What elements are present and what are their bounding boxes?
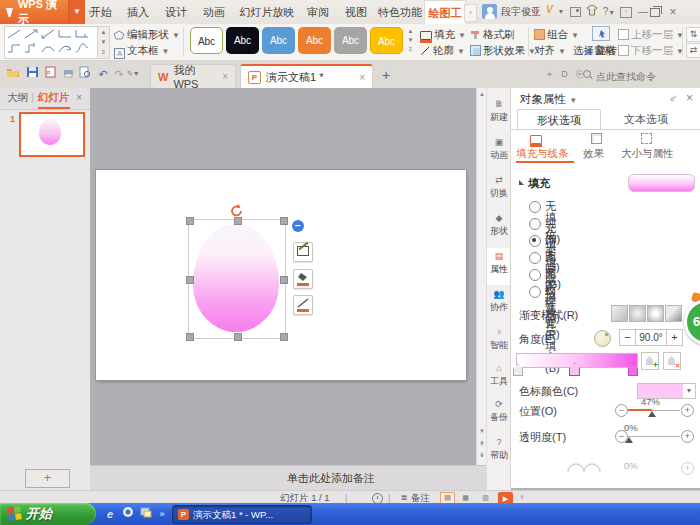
angle-plus-button[interactable]: + [666,329,683,346]
edit-shape-button[interactable]: 编辑形状 ▼ [114,26,180,42]
transparency-slider-thumb[interactable] [625,437,633,443]
distribute-vertical-icon[interactable]: ⇅ [686,27,700,42]
notes-bar[interactable]: 单击此处添加备注 [90,465,486,492]
remove-stop-button[interactable]: × [663,352,681,370]
start-button[interactable]: 开始 [0,503,96,525]
send-backward-button[interactable]: 下移一层 ▼ [618,42,684,58]
sidebar-item-collaboration[interactable]: 👥协作 [487,286,511,323]
save-icon[interactable] [24,66,40,82]
tab-design[interactable]: 设计 [160,0,192,24]
quicklaunch-overflow-icon[interactable]: » [154,506,170,522]
app-logo[interactable]: WPS 演示 [0,0,68,24]
skin-center-icon[interactable] [570,7,581,17]
close-panel-icon[interactable]: × [76,91,82,103]
add-stop-button[interactable]: + [641,352,659,370]
sidebar-item-tools[interactable]: ⌂工具 [487,360,511,397]
angle-minus-button[interactable]: − [619,329,636,346]
stop-color-dropdown-icon[interactable]: ▼ [683,383,696,399]
tab-text-options[interactable]: 文本选项 [607,109,685,129]
tab-overflow-icon[interactable]: › [464,4,477,22]
undo-icon[interactable]: ↶ [95,66,111,82]
tab-drawing-tools[interactable]: 绘图工具 [424,0,466,25]
quick-style-button[interactable] [293,242,313,262]
slide-canvas[interactable]: − [90,88,476,465]
sidebar-item-backup[interactable]: ⟳备份 [487,396,511,433]
quick-outline-button[interactable] [293,295,313,315]
subtab-effects[interactable]: 效果 [583,147,604,161]
shape-style-preset-1[interactable]: Abc [190,27,223,54]
upload-icon[interactable]: ↑ [620,7,632,18]
resize-handle-w[interactable] [186,276,194,284]
print-icon[interactable] [60,66,76,82]
gradient-style-corner[interactable] [665,305,682,322]
quicklaunch-icon-2[interactable] [120,506,136,522]
mini-tool-icon-2[interactable]: D [560,70,569,79]
position-slider-thumb[interactable] [648,411,656,417]
text-box-button[interactable]: A文本框 ▼ [114,42,169,58]
shape-style-preset-3[interactable]: Abc [262,27,295,54]
group-button[interactable]: 组合 ▼ [534,26,579,42]
fill-button[interactable]: 填充 ▼ [420,26,466,42]
show-desktop-icon[interactable] [138,506,154,522]
collapse-quick-tools-icon[interactable]: − [292,220,304,232]
close-button[interactable]: × [666,5,680,19]
shape-effects-button[interactable]: 形状效果 ▼ [470,42,536,58]
membership-shirt-icon[interactable] [585,5,599,19]
minimize-button[interactable]: — [636,5,650,19]
new-tab-button[interactable]: + [382,67,390,83]
tab-slides[interactable]: 幻灯片 [38,91,70,109]
restore-button[interactable] [650,8,660,17]
slide-thumbnail[interactable] [19,112,85,157]
distribute-horizontal-icon[interactable]: ⇄ [686,43,700,58]
mini-tool-icon-1[interactable]: ⌖ [545,70,554,79]
selection-pane-button[interactable]: 选择窗格 [573,42,615,58]
tab-shape-options[interactable]: 形状选项 [517,109,601,131]
shape-gallery[interactable] [4,26,98,59]
gradient-style-rect[interactable] [647,305,664,322]
notes-icon[interactable]: ≣ [398,492,410,503]
angle-dial[interactable] [594,330,611,347]
tab-review[interactable]: 审阅 [302,0,334,24]
format-painter-button[interactable]: 格式刷 [470,26,515,42]
resize-handle-nw[interactable] [186,217,194,225]
ie-quicklaunch-icon[interactable]: e [102,506,118,522]
quick-fill-button[interactable] [293,269,313,289]
user-avatar[interactable] [482,4,497,19]
help-menu[interactable]: ?▼ [600,5,618,19]
command-search-input[interactable] [594,67,698,85]
shape-style-preset-2[interactable]: Abc [226,27,259,54]
sidebar-item-new[interactable]: 🗎新建 [487,96,511,133]
user-dropdown-icon[interactable]: ▼ [554,5,568,19]
open-file-icon[interactable] [5,66,21,82]
zoom-tool-icon[interactable]: ♀ [516,492,528,503]
resize-handle-s[interactable] [234,333,242,341]
add-slide-button[interactable]: + [25,469,70,488]
resize-handle-ne[interactable] [280,217,288,225]
sidebar-item-transition[interactable]: ⇄切换 [487,172,511,209]
position-plus-button[interactable]: + [681,404,694,417]
shape-style-preset-4[interactable]: Abc [298,27,331,54]
transparency-plus-button[interactable]: + [681,430,694,443]
app-menu-dropdown[interactable]: ▼ [68,0,85,24]
tab-special-features[interactable]: 特色功能 [377,0,423,24]
style-gallery-scroll[interactable]: ▲▼≡ [406,27,415,54]
shape-style-preset-5[interactable]: Abc [334,27,367,54]
resize-handle-sw[interactable] [186,333,194,341]
tab-outline[interactable]: 大纲 [7,91,28,105]
user-name[interactable]: 段宇俊亚 [501,5,541,19]
rotate-handle-icon[interactable] [229,203,244,219]
sidebar-item-smart[interactable]: ♀智能 [487,324,511,361]
position-minus-button[interactable]: − [615,404,628,417]
fill-section-title[interactable]: 填充 [528,176,550,191]
pin-panel-icon[interactable]: ⇙ [669,93,677,103]
tab-insert[interactable]: 插入 [122,0,154,24]
tab-presentation1[interactable]: P 演示文稿1 * × [240,64,373,88]
subtab-fill-line[interactable]: 填充与线条 [516,147,569,161]
resize-handle-se[interactable] [280,333,288,341]
notes-placeholder[interactable]: 单击此处添加备注 [90,472,375,484]
gradient-preview-swatch[interactable] [628,174,695,192]
outline-button[interactable]: 轮廓 ▼ [420,42,465,58]
sidebar-item-animation[interactable]: ▣动画 [487,134,511,171]
tab-view[interactable]: 视图 [340,0,372,24]
redo-icon[interactable]: ↷ [111,66,127,82]
